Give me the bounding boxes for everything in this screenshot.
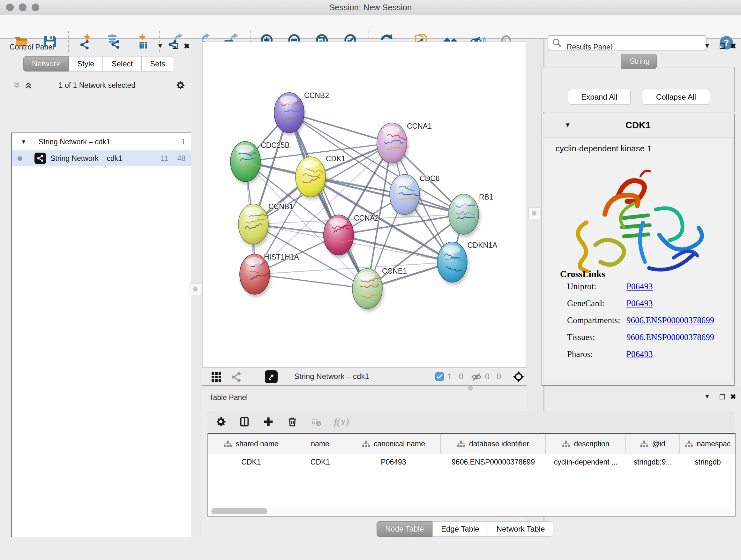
- node-CCNB1[interactable]: [239, 204, 268, 244]
- select-columns-icon[interactable]: [236, 414, 253, 430]
- column-header-namespac[interactable]: namespac: [680, 434, 736, 454]
- protein-name: CDK1: [542, 120, 734, 131]
- left-splitter-handle[interactable]: [190, 284, 201, 295]
- results-panel-close-button[interactable]: ✖: [730, 42, 736, 51]
- crosslink-value-link[interactable]: P06493: [626, 349, 653, 359]
- node-gloss-highlight: [246, 257, 263, 266]
- node-CDC25B[interactable]: [230, 141, 261, 182]
- tab-style[interactable]: Style: [69, 56, 103, 71]
- node-CDKN1A[interactable]: [437, 242, 467, 282]
- tab-sets[interactable]: Sets: [141, 56, 174, 71]
- grid-view-icon[interactable]: [211, 371, 222, 383]
- network-edge-CCNB2-CCNA1[interactable]: [289, 113, 392, 143]
- network-row-selected[interactable]: String Network – cdk1 11 48: [12, 150, 191, 166]
- table-settings-gear-icon[interactable]: [212, 414, 229, 430]
- table-cell[interactable]: stringdb:9...: [626, 454, 680, 470]
- node-CDK1[interactable]: [295, 157, 326, 197]
- collection-expand-triangle[interactable]: ▼: [21, 138, 26, 145]
- collection-label: String Network – cdk1: [39, 138, 111, 146]
- control-panel-menu-caret[interactable]: ▼: [157, 42, 163, 50]
- tab-select[interactable]: Select: [103, 56, 141, 71]
- node-CCNE1[interactable]: [352, 268, 382, 309]
- string-network-graph[interactable]: CCNB2CCNA1CDC25BCDK1CDC6RB1CCNB1CCNA2CDK…: [203, 42, 526, 367]
- crosslink-value-link[interactable]: P06493: [626, 299, 653, 308]
- node-label-CCNA2: CCNA2: [354, 214, 379, 222]
- crosslink-value-link[interactable]: 9606.ENSP00000378699: [626, 332, 714, 342]
- results-panel-menu-caret[interactable]: ▼: [704, 42, 711, 50]
- column-label: @id: [652, 440, 665, 448]
- tree-column-icon: [562, 440, 570, 448]
- collection-count: 1: [181, 138, 185, 146]
- tree-column-icon: [361, 440, 370, 448]
- scrollbar-thumb[interactable]: [211, 508, 267, 514]
- crosslink-value-link[interactable]: 9606.ENSP00000378699: [626, 315, 714, 325]
- results-panel-title: Results Panel: [567, 43, 612, 51]
- fit-content-crosshair-icon[interactable]: [513, 371, 525, 383]
- node-CCNA2[interactable]: [324, 215, 354, 255]
- control-panel-title: Control Panel: [10, 43, 54, 51]
- table-row[interactable]: CDK1CDK1P064939606.ENSP00000378699cyclin…: [208, 454, 735, 470]
- left-splitter[interactable]: [191, 39, 202, 537]
- tab-network-table[interactable]: Network Table: [488, 521, 554, 537]
- protein-structure-image: [554, 156, 704, 281]
- node-gloss-highlight: [329, 218, 347, 226]
- table-cell[interactable]: stringdb: [680, 454, 736, 470]
- crosslink-value-link[interactable]: P06493: [626, 282, 653, 291]
- column-label: canonical name: [374, 440, 425, 448]
- network-edge-CCNB2-CCNE1[interactable]: [289, 113, 367, 289]
- collapse-all-button[interactable]: Collapse All: [642, 89, 710, 105]
- table-body: CDK1CDK1P064939606.ENSP00000378699cyclin…: [208, 454, 735, 470]
- table-panel-float-button[interactable]: [720, 394, 725, 399]
- hidden-count: 0 - 0: [485, 368, 501, 385]
- table-cell[interactable]: 9606.ENSP00000378699: [441, 454, 546, 470]
- protein-entry-header[interactable]: ▼ CDK1: [542, 114, 734, 138]
- tree-column-icon: [457, 440, 465, 448]
- crosslink-label: Compartments:: [567, 315, 626, 325]
- network-options-gear-icon[interactable]: [176, 80, 185, 90]
- tab-string[interactable]: String: [621, 54, 657, 69]
- node-CCNB2[interactable]: [274, 92, 304, 133]
- node-label-CCNA1: CCNA1: [407, 122, 432, 130]
- table-horizontal-scrollbar[interactable]: [209, 507, 734, 515]
- node-gloss-highlight: [383, 126, 400, 134]
- column-header-description[interactable]: description: [546, 434, 626, 454]
- tab-node-table[interactable]: Node Table: [377, 521, 432, 537]
- column-label: database identifier: [469, 440, 529, 448]
- table-cell[interactable]: CDK1: [208, 454, 294, 470]
- node-gloss-highlight: [236, 145, 253, 153]
- network-canvas[interactable]: CCNB2CCNA1CDC25BCDK1CDC6RB1CCNB1CCNA2CDK…: [202, 42, 526, 367]
- node-RB1[interactable]: [449, 194, 479, 234]
- add-column-icon[interactable]: [260, 414, 277, 430]
- column-header-database-identifier[interactable]: database identifier: [441, 434, 546, 454]
- status-bar: Memory: [0, 537, 741, 560]
- results-panel-float-button[interactable]: [720, 44, 725, 49]
- column-header-shared-name[interactable]: shared name: [208, 434, 294, 454]
- node-label-CCNB2: CCNB2: [304, 91, 329, 100]
- view-toolbar-separator: [509, 369, 509, 383]
- protein-entry-box: ▼ CDK1 cyclin-dependent kinase 1: [542, 114, 735, 386]
- selected-checkbox-icon[interactable]: [435, 372, 444, 381]
- birds-eye-toggle[interactable]: [265, 370, 278, 383]
- tab-edge-table[interactable]: Edge Table: [432, 521, 488, 537]
- table-cell[interactable]: CDK1: [294, 454, 346, 470]
- node-CDC6[interactable]: [390, 174, 420, 214]
- column-header-canonical-name[interactable]: canonical name: [346, 434, 441, 454]
- control-panel-float-button[interactable]: [173, 44, 178, 49]
- main-toolbar: ?: [0, 15, 741, 39]
- network-edge-HIST1H1A-CCNE1[interactable]: [255, 274, 367, 289]
- horizontal-splitter-handle[interactable]: [468, 386, 473, 390]
- table-cell[interactable]: cyclin-dependent ...: [546, 454, 626, 470]
- delete-column-trash-icon[interactable]: [284, 414, 300, 430]
- right-splitter-handle[interactable]: [529, 207, 540, 219]
- expand-all-button[interactable]: Expand All: [568, 89, 630, 105]
- column-header--id[interactable]: @id: [626, 434, 680, 454]
- column-header-name[interactable]: name: [294, 434, 346, 454]
- network-collection-row[interactable]: ▼ String Network – cdk1 1: [12, 134, 191, 150]
- control-panel-close-button[interactable]: ✖: [184, 42, 190, 51]
- table-panel-menu-caret[interactable]: ▼: [704, 393, 711, 400]
- tab-network[interactable]: Network: [23, 56, 69, 71]
- string-view-icon[interactable]: [230, 371, 242, 383]
- column-label: name: [311, 440, 329, 448]
- table-panel-close-button[interactable]: ✖: [730, 393, 736, 401]
- table-cell[interactable]: P06493: [346, 454, 441, 470]
